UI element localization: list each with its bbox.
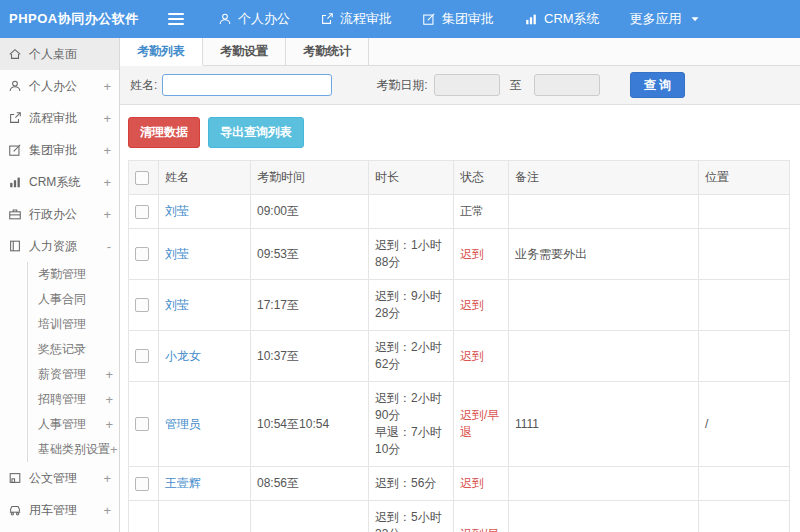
- cell-note: [509, 195, 699, 229]
- sidebar-item-4[interactable]: 集团审批+: [0, 134, 119, 166]
- expand-icon[interactable]: +: [103, 111, 111, 126]
- expand-icon[interactable]: +: [103, 207, 111, 222]
- sidebar-item-1[interactable]: 个人桌面: [0, 38, 119, 70]
- expand-icon[interactable]: +: [110, 442, 118, 457]
- sidebar-item-6[interactable]: 行政办公+: [0, 198, 119, 230]
- sidebar-subitem-5[interactable]: 薪资管理+: [28, 362, 119, 387]
- employee-name-link[interactable]: 刘莹: [165, 298, 189, 312]
- search-button[interactable]: 查 询: [630, 72, 685, 98]
- cell-location: [699, 467, 790, 501]
- top-nav-item-4[interactable]: CRM系统: [524, 10, 600, 28]
- tab-3[interactable]: 考勤统计: [286, 38, 369, 65]
- cell-status: 迟到/早退: [454, 382, 509, 467]
- table-row: 王壹辉08:56至迟到：56分迟到: [129, 467, 790, 501]
- header-checkbox-cell: [129, 161, 159, 195]
- expand-icon[interactable]: +: [105, 417, 113, 432]
- top-nav-item-label: 个人办公: [238, 10, 290, 28]
- export-list-button[interactable]: 导出查询列表: [208, 117, 304, 148]
- sidebar-item-8[interactable]: 公文管理+: [0, 462, 119, 494]
- cell-location: [699, 280, 790, 331]
- cell-time: 10:37至: [251, 331, 369, 382]
- sidebar-item-3[interactable]: 流程审批+: [0, 102, 119, 134]
- sidebar-item-5[interactable]: CRM系统+: [0, 166, 119, 198]
- row-checkbox[interactable]: [135, 205, 149, 219]
- date-to-input[interactable]: [534, 74, 600, 96]
- date-filter-label: 考勤日期:: [376, 77, 427, 94]
- sidebar-item-9[interactable]: 用车管理+: [0, 494, 119, 526]
- top-navbar: PHPOA协同办公软件 个人办公流程审批集团审批CRM系统更多应用: [0, 0, 800, 38]
- cell-status: 迟到: [454, 331, 509, 382]
- column-header-6: 位置: [699, 161, 790, 195]
- cell-status: 迟到/早退: [454, 501, 509, 532]
- sidebar-subitem-label: 招聘管理: [38, 391, 86, 408]
- top-nav-item-label: 集团审批: [442, 10, 494, 28]
- sidebar-subitem-1[interactable]: 考勤管理: [28, 262, 119, 287]
- cell-checkbox: [129, 501, 159, 532]
- hamburger-icon[interactable]: [168, 13, 184, 25]
- cell-name: 刘莹: [159, 229, 251, 280]
- chart-icon: [524, 12, 538, 26]
- sidebar-item-2[interactable]: 个人办公+: [0, 70, 119, 102]
- car-icon: [8, 503, 22, 517]
- row-checkbox[interactable]: [135, 477, 149, 491]
- collapse-icon[interactable]: -: [107, 239, 111, 254]
- expand-icon[interactable]: +: [103, 503, 111, 518]
- employee-name-link[interactable]: 小龙女: [165, 349, 201, 363]
- sidebar-subitem-3[interactable]: 培训管理: [28, 312, 119, 337]
- cell-checkbox: [129, 467, 159, 501]
- tab-2[interactable]: 考勤设置: [203, 38, 286, 65]
- tab-1[interactable]: 考勤列表: [120, 38, 203, 66]
- employee-name-link[interactable]: 刘莹: [165, 247, 189, 261]
- select-all-checkbox[interactable]: [135, 171, 149, 185]
- app-logo: PHPOA协同办公软件: [0, 10, 120, 28]
- row-checkbox[interactable]: [135, 349, 149, 363]
- share-icon: [320, 12, 334, 26]
- top-nav-item-2[interactable]: 流程审批: [320, 10, 392, 28]
- cell-checkbox: [129, 229, 159, 280]
- expand-icon[interactable]: +: [105, 367, 113, 382]
- name-filter-input[interactable]: [162, 74, 332, 96]
- sidebar-item-7[interactable]: 人力资源-: [0, 230, 119, 262]
- sidebar-subitem-4[interactable]: 奖惩记录: [28, 337, 119, 362]
- sidebar-subitem-8[interactable]: 基础类别设置+: [28, 437, 119, 462]
- sidebar-item-10[interactable]: 档案管理+: [0, 526, 119, 532]
- cell-duration: [369, 195, 454, 229]
- cell-name: 黄蓉: [159, 501, 251, 532]
- row-checkbox[interactable]: [135, 247, 149, 261]
- sidebar-item-label: 用车管理: [29, 502, 77, 519]
- edit-icon: [422, 12, 436, 26]
- sidebar-subitem-label: 奖惩记录: [38, 341, 86, 358]
- expand-icon[interactable]: +: [103, 471, 111, 486]
- sidebar-subitem-2[interactable]: 人事合同: [28, 287, 119, 312]
- cell-location: [699, 331, 790, 382]
- cell-note: [509, 467, 699, 501]
- employee-name-link[interactable]: 管理员: [165, 417, 201, 431]
- cell-duration: 迟到：5小时33分 早退：4小时67分: [369, 501, 454, 532]
- top-nav-item-5[interactable]: 更多应用: [630, 10, 702, 28]
- employee-name-link[interactable]: 王壹辉: [165, 476, 201, 490]
- cell-name: 王壹辉: [159, 467, 251, 501]
- row-checkbox[interactable]: [135, 417, 149, 431]
- expand-icon[interactable]: +: [103, 175, 111, 190]
- date-from-input[interactable]: [434, 74, 500, 96]
- sidebar-subitem-6[interactable]: 招聘管理+: [28, 387, 119, 412]
- sidebar-item-label: 公文管理: [29, 470, 77, 487]
- employee-name-link[interactable]: 刘莹: [165, 204, 189, 218]
- cell-location: [699, 229, 790, 280]
- expand-icon[interactable]: +: [103, 79, 111, 94]
- cell-checkbox: [129, 331, 159, 382]
- cell-time: 10:54至10:54: [251, 382, 369, 467]
- expand-icon[interactable]: +: [105, 392, 113, 407]
- expand-icon[interactable]: +: [103, 143, 111, 158]
- sidebar-subitem-7[interactable]: 人事管理+: [28, 412, 119, 437]
- edit-icon: [8, 143, 22, 157]
- app-root: PHPOA协同办公软件 个人办公流程审批集团审批CRM系统更多应用 个人桌面个人…: [0, 0, 800, 532]
- top-nav-item-3[interactable]: 集团审批: [422, 10, 494, 28]
- cell-location: [699, 195, 790, 229]
- clean-data-button[interactable]: 清理数据: [128, 117, 200, 148]
- home-icon: [8, 47, 22, 61]
- row-checkbox[interactable]: [135, 298, 149, 312]
- top-nav-item-1[interactable]: 个人办公: [218, 10, 290, 28]
- sidebar-item-label: 个人桌面: [29, 46, 77, 63]
- sidebar-item-label: 个人办公: [29, 78, 77, 95]
